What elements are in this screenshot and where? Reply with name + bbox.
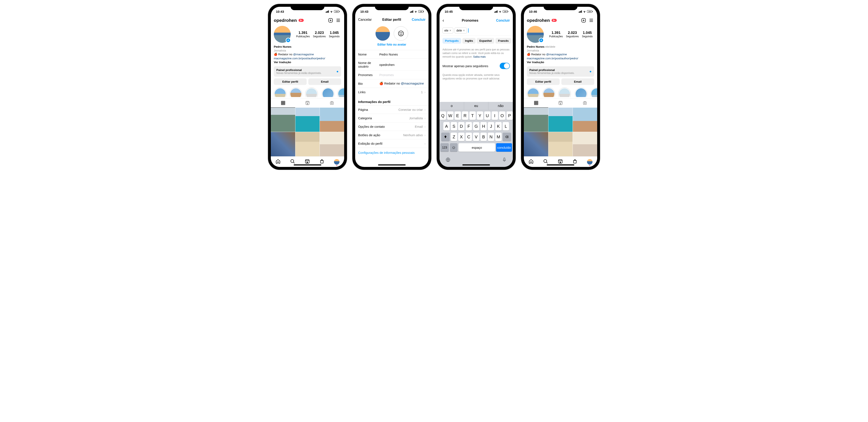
- story-highlights[interactable]: Portugal IISpainUnited King...Portugal#S…: [524, 85, 597, 97]
- bio-url[interactable]: macmagazine.com.br/post/author/pedro/: [527, 57, 594, 60]
- key[interactable]: B: [480, 133, 487, 141]
- post-thumbnail[interactable]: [271, 132, 295, 156]
- post-thumbnail[interactable]: [573, 132, 597, 156]
- field-page[interactable]: PáginaConectar ou criar›: [355, 105, 429, 114]
- keyboard[interactable]: oeunão QWERTYUIOP ASDFGHJKL ZXCVBNM 123 …: [439, 102, 513, 167]
- language-chip[interactable]: Alem: [513, 38, 513, 44]
- story-item[interactable]: United King...: [558, 88, 572, 96]
- stat-following[interactable]: 1.045Seguindo: [329, 31, 340, 38]
- translate-link[interactable]: Ver tradução: [274, 60, 341, 64]
- key[interactable]: I: [492, 111, 498, 120]
- home-indicator[interactable]: [547, 164, 574, 165]
- post-thumbnail[interactable]: [549, 108, 573, 132]
- home-indicator[interactable]: [378, 164, 406, 165]
- language-chip[interactable]: Inglês: [462, 38, 475, 44]
- story-item[interactable]: #Shot...: [590, 88, 597, 96]
- shop-icon[interactable]: [319, 159, 324, 165]
- notification-badge[interactable]: 9+: [299, 19, 304, 22]
- profile-nav-icon[interactable]: [587, 159, 592, 165]
- kb-suggestion[interactable]: não: [489, 102, 513, 110]
- bio-url[interactable]: macmagazine.com.br/post/author/pedro/: [274, 57, 341, 60]
- field-name[interactable]: NomePedro Nunes: [355, 50, 429, 59]
- key[interactable]: G: [473, 122, 479, 130]
- key[interactable]: X: [458, 133, 465, 141]
- cancel-button[interactable]: Cancelar: [358, 18, 372, 22]
- backspace-key[interactable]: [503, 133, 511, 141]
- done-button[interactable]: Concluir: [412, 18, 426, 22]
- email-button[interactable]: Email: [561, 78, 594, 85]
- numbers-key[interactable]: 123: [440, 143, 449, 152]
- username[interactable]: opedrohen: [527, 18, 550, 23]
- pronoun-input[interactable]: ele ✕dele ✕: [439, 25, 513, 36]
- post-thumbnail[interactable]: [524, 108, 548, 132]
- story-item[interactable]: Spain: [289, 88, 302, 96]
- story-item[interactable]: Portugal: [575, 88, 587, 96]
- key[interactable]: K: [495, 122, 502, 130]
- stat-followers[interactable]: 2.023Seguidores: [313, 31, 326, 38]
- edit-photo-link[interactable]: Editar foto ou avatar: [355, 43, 429, 50]
- stat-posts[interactable]: 1.391Publicações: [549, 31, 563, 38]
- learn-more-link[interactable]: Saiba mais: [473, 55, 486, 58]
- edit-profile-button[interactable]: Editar perfil: [527, 78, 560, 85]
- username[interactable]: opedrohen: [274, 18, 297, 23]
- field-links[interactable]: Links1›: [355, 88, 429, 96]
- reels-nav-icon[interactable]: [558, 159, 563, 165]
- back-button[interactable]: ‹: [442, 18, 444, 23]
- key[interactable]: C: [466, 133, 472, 141]
- story-item[interactable]: Portugal II: [527, 88, 539, 96]
- key[interactable]: S: [451, 122, 457, 130]
- shop-icon[interactable]: [572, 159, 578, 165]
- reels-tab[interactable]: [548, 98, 572, 108]
- done-button[interactable]: Concluir: [496, 19, 510, 23]
- stat-posts[interactable]: 1.391Publicações: [296, 31, 310, 38]
- professional-panel[interactable]: Painel profissional Novas ferramentas já…: [527, 66, 594, 77]
- field-contact[interactable]: Opções de contatoEmail›: [355, 122, 429, 131]
- personal-info-link[interactable]: Configurações de informações pessoais: [355, 148, 429, 155]
- language-chip[interactable]: Espanhol: [477, 38, 494, 44]
- post-thumbnail[interactable]: [271, 108, 295, 132]
- emoji-key[interactable]: ☺: [450, 143, 458, 152]
- key[interactable]: L: [503, 122, 509, 130]
- language-chip[interactable]: Francês: [495, 38, 511, 44]
- field-profile-display[interactable]: Exibição do perfil›: [355, 139, 429, 148]
- post-thumbnail[interactable]: [573, 108, 597, 132]
- avatar-option[interactable]: [394, 26, 408, 41]
- home-icon[interactable]: [528, 159, 534, 165]
- story-item[interactable]: Portugal II: [274, 88, 286, 96]
- tagged-tab[interactable]: [573, 98, 597, 108]
- edit-profile-button[interactable]: Editar perfil: [274, 78, 307, 85]
- post-thumbnail[interactable]: [296, 108, 320, 132]
- profile-photo[interactable]: [375, 26, 390, 41]
- tagged-tab[interactable]: [320, 98, 344, 108]
- notification-badge[interactable]: 9+: [552, 19, 557, 22]
- bio-mention[interactable]: @macmagazine: [546, 53, 567, 56]
- menu-icon[interactable]: [335, 18, 341, 23]
- key[interactable]: R: [462, 111, 468, 120]
- post-thumbnail[interactable]: [320, 132, 344, 156]
- key[interactable]: A: [443, 122, 450, 130]
- key[interactable]: N: [488, 133, 494, 141]
- story-item[interactable]: Portugal: [322, 88, 334, 96]
- followers-only-toggle[interactable]: [500, 63, 510, 69]
- language-chip[interactable]: Português: [442, 38, 461, 44]
- key[interactable]: U: [484, 111, 491, 120]
- key[interactable]: J: [488, 122, 494, 130]
- field-pronouns[interactable]: PronomesPronomes: [355, 70, 429, 79]
- key[interactable]: T: [469, 111, 476, 120]
- pronoun-chip[interactable]: ele ✕: [442, 28, 453, 33]
- post-thumbnail[interactable]: [320, 108, 344, 132]
- key[interactable]: M: [495, 133, 502, 141]
- key[interactable]: Q: [440, 111, 446, 120]
- email-button[interactable]: Email: [308, 78, 341, 85]
- field-action-buttons[interactable]: Botões de açãoNenhum ativo›: [355, 131, 429, 139]
- key[interactable]: F: [466, 122, 472, 130]
- grid-tab[interactable]: [524, 98, 548, 108]
- globe-icon[interactable]: [445, 157, 451, 163]
- reels-nav-icon[interactable]: [305, 159, 310, 165]
- key[interactable]: V: [473, 133, 479, 141]
- key[interactable]: H: [480, 122, 487, 130]
- chip-remove-icon[interactable]: ✕: [449, 29, 452, 32]
- field-bio[interactable]: Bio🍎 Redator no @macmagazine: [355, 79, 429, 88]
- mic-icon[interactable]: [502, 157, 507, 163]
- key[interactable]: Z: [451, 133, 457, 141]
